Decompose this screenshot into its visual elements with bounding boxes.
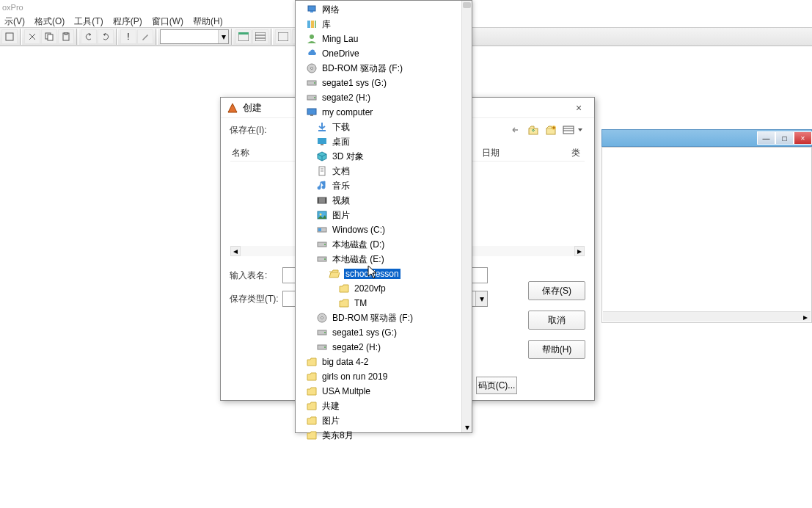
svg-rect-6 — [238, 32, 249, 35]
h-scrollbar[interactable]: ▸ — [603, 311, 811, 322]
menu-view[interactable]: 示(V) — [1, 14, 28, 26]
tree-item-22[interactable]: segate1 sys (G:) — [306, 325, 461, 340]
tree-item-15[interactable]: Windows (C:) — [306, 222, 461, 237]
tree-item-14[interactable]: 图片 — [306, 208, 461, 222]
copy-icon[interactable] — [41, 29, 57, 44]
win-icon — [316, 224, 328, 236]
svg-point-25 — [311, 68, 313, 70]
help-button[interactable]: 帮助(H) — [528, 340, 585, 359]
dialog-close-button[interactable]: × — [569, 101, 588, 115]
nav-back-button[interactable] — [508, 123, 524, 137]
nav-up-button[interactable] — [525, 123, 541, 137]
music-icon — [316, 180, 328, 192]
svg-point-23 — [310, 35, 314, 39]
form-icon[interactable] — [235, 29, 252, 44]
nav-newfolder-button[interactable] — [543, 123, 559, 137]
svg-rect-33 — [318, 138, 326, 144]
tree-item-label: 2020vfp — [354, 283, 386, 294]
svg-rect-15 — [563, 126, 574, 134]
cut-icon[interactable] — [24, 29, 40, 44]
user-icon — [306, 33, 318, 45]
paste-icon[interactable] — [58, 29, 74, 44]
col-type[interactable]: 类 — [555, 147, 585, 159]
drive-icon — [306, 92, 318, 104]
tree-item-10[interactable]: 3D 对象 — [306, 149, 461, 164]
table-icon[interactable] — [252, 29, 268, 44]
save-button[interactable]: 保存(S) — [528, 281, 585, 300]
tree-item-label: 图片 — [322, 415, 340, 427]
tree-item-6[interactable]: segate2 (H:) — [306, 90, 461, 105]
svg-rect-10 — [278, 32, 288, 41]
menu-window[interactable]: 窗口(W) — [149, 14, 186, 26]
maximize-button[interactable]: □ — [775, 131, 794, 145]
tree-item-12[interactable]: 音乐 — [306, 178, 461, 193]
folder-icon — [306, 356, 318, 368]
menu-tools[interactable]: 工具(T) — [71, 14, 106, 26]
folder-icon — [338, 283, 350, 294]
tree-item-11[interactable]: 文档 — [306, 164, 461, 178]
tree-item-5[interactable]: segate1 sys (G:) — [306, 76, 461, 90]
tree-item-25[interactable]: girls on run 2019 — [306, 369, 461, 384]
tree-item-label: big data 4-2 — [322, 357, 368, 367]
modify-icon[interactable] — [137, 29, 153, 44]
network-icon — [306, 4, 318, 15]
undo-icon[interactable] — [81, 29, 97, 44]
svg-point-46 — [324, 244, 326, 245]
tree-item-23[interactable]: segate2 (H:) — [306, 340, 461, 355]
tree-item-26[interactable]: USA Multple — [306, 384, 461, 399]
tree-item-29[interactable]: 美东8月 — [306, 428, 461, 443]
tree-item-20[interactable]: TM — [306, 296, 461, 311]
tree-item-label: 下载 — [332, 121, 350, 134]
location-dropdown[interactable]: 网络库Ming LauOneDriveBD-ROM 驱动器 (F:)segate… — [295, 0, 472, 433]
tree-item-17[interactable]: 本地磁盘 (E:) — [306, 252, 461, 266]
tree-item-18[interactable]: school lesson — [306, 266, 461, 281]
download-icon — [316, 121, 328, 133]
cancel-button[interactable]: 取消 — [528, 311, 585, 330]
svg-rect-40 — [325, 197, 326, 203]
toolbar-btn-1[interactable] — [1, 29, 18, 44]
tree-item-27[interactable]: 共建 — [306, 399, 461, 413]
tree-item-2[interactable]: Ming Lau — [306, 32, 461, 46]
tree-item-label: 网络 — [322, 4, 340, 16]
toolbar-combo[interactable]: ▾ — [160, 29, 229, 44]
tree-item-label: 视频 — [332, 195, 350, 207]
tree-item-13[interactable]: 视频 — [306, 193, 461, 208]
tree-item-label: 图片 — [332, 209, 350, 222]
svg-point-27 — [314, 82, 315, 84]
menu-format[interactable]: 格式(O) — [32, 14, 67, 26]
video-icon — [316, 195, 328, 206]
svg-rect-0 — [6, 33, 13, 40]
save-in-label: 保存在(I): — [230, 124, 279, 137]
nav-view-button[interactable] — [560, 123, 585, 137]
tree-item-3[interactable]: OneDrive — [306, 46, 461, 61]
tree-item-7[interactable]: my computer — [306, 105, 461, 120]
toolbar-btn-9[interactable] — [275, 29, 291, 44]
tree-item-0[interactable]: 网络 — [306, 2, 461, 17]
tree-item-label: school lesson — [344, 269, 400, 279]
tree-item-19[interactable]: 2020vfp — [306, 281, 461, 296]
bg-client-area: ▸ — [601, 147, 812, 323]
tree-item-label: Ming Lau — [322, 34, 358, 44]
codepage-button[interactable]: 码页(C)... — [476, 377, 517, 394]
tree-item-label: 3D 对象 — [332, 150, 364, 163]
dropdown-v-scrollbar[interactable]: ▾ — [461, 1, 472, 432]
tree-item-28[interactable]: 图片 — [306, 413, 461, 428]
minimize-button[interactable]: — — [757, 131, 775, 145]
menu-program[interactable]: 程序(P) — [110, 14, 145, 26]
tree-item-4[interactable]: BD-ROM 驱动器 (F:) — [306, 61, 461, 76]
folder-icon — [306, 385, 318, 397]
svg-rect-2 — [48, 35, 53, 40]
col-date[interactable]: 日期 — [482, 147, 555, 159]
tree-item-1[interactable]: 库 — [306, 17, 461, 32]
tree-item-21[interactable]: BD-ROM 驱动器 (F:) — [306, 311, 461, 325]
redo-icon[interactable] — [98, 29, 114, 44]
tree-item-9[interactable]: 桌面 — [306, 134, 461, 149]
close-button[interactable]: × — [794, 131, 812, 145]
tree-item-label: my computer — [322, 107, 373, 117]
tree-item-label: 文档 — [332, 165, 350, 178]
tree-item-24[interactable]: big data 4-2 — [306, 355, 461, 369]
run-icon[interactable]: ! — [120, 29, 136, 44]
menu-help[interactable]: 帮助(H) — [190, 14, 226, 26]
tree-item-16[interactable]: 本地磁盘 (D:) — [306, 237, 461, 252]
tree-item-8[interactable]: 下载 — [306, 120, 461, 134]
